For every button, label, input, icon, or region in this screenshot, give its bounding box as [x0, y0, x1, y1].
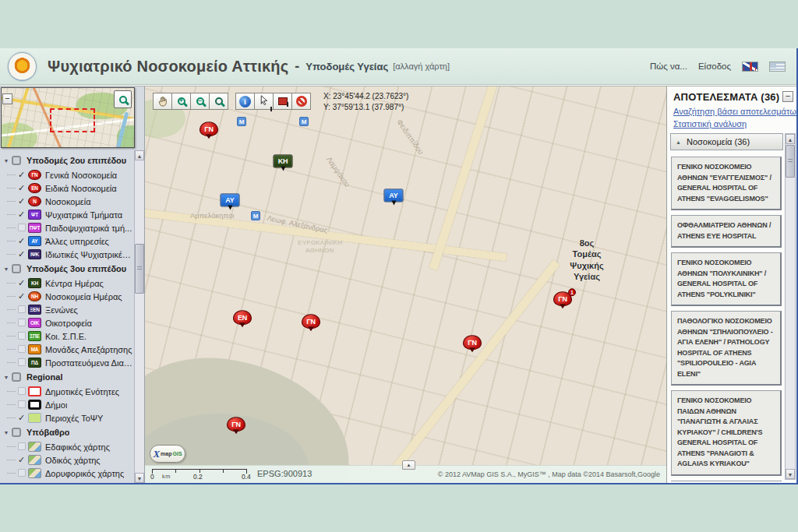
- layer-row[interactable]: ✓ ΕΝ Ειδικά Νοσοκομεία: [2, 181, 134, 195]
- hospital-result-card[interactable]: ΓΕΝΙΚΟ ΝΟΣΟΚΟΜΕΙΟ ΑΘΗΝΩΝ "ΠΟΛΥΚΛΙΝΙΚΗ" /…: [671, 252, 782, 306]
- hospital-marker[interactable]: ΓΝ: [463, 335, 482, 350]
- select-rectangle-tool-button[interactable]: [273, 93, 292, 110]
- layer-row[interactable]: ▼ Regional: [2, 369, 134, 385]
- layer-row[interactable]: ✓ ΨΤ Ψυχιατρικά Τμήματα: [2, 208, 134, 221]
- layer-row[interactable]: ΠΨΤ Παιδοψυχιατρικά τμή...: [2, 221, 134, 234]
- layer-checkbox[interactable]: [16, 469, 27, 478]
- expander-icon[interactable]: ▼: [2, 158, 11, 164]
- hospital-marker[interactable]: ΓΝ 1: [553, 291, 572, 306]
- extent-rectangle[interactable]: [50, 108, 95, 132]
- hospital-marker[interactable]: ΕΝ: [233, 310, 252, 325]
- zoom-extent-tool-button[interactable]: [209, 93, 228, 110]
- group-checkbox[interactable]: [12, 428, 21, 437]
- layer-checkbox[interactable]: [16, 305, 27, 315]
- info-tool-button[interactable]: i: [235, 93, 255, 110]
- layer-checkbox[interactable]: [16, 332, 27, 341]
- overview-zoom-out-button[interactable]: −: [2, 93, 12, 104]
- scroll-up-icon[interactable]: ▲: [786, 134, 795, 144]
- layer-checkbox[interactable]: [16, 224, 27, 233]
- layer-row[interactable]: ▼ Υποδομές 3ου επιπέδου: [2, 261, 134, 277]
- pan-tool-button[interactable]: [153, 93, 172, 110]
- layers-scrollbar[interactable]: ▲ ▼: [134, 150, 144, 483]
- clear-selection-button[interactable]: [291, 93, 311, 110]
- layer-row[interactable]: ✓ ΑΥ Άλλες υπηρεσίες: [2, 234, 134, 248]
- hospital-result-card[interactable]: ΓΕΝΙΚΟ ΝΟΣΟΚΟΜΕΙΟ ΠΑΙΔΩΝ ΑΘΗΝΩΝ "ΑΓΙΑ ΣΟ…: [671, 481, 782, 482]
- layer-checkbox[interactable]: [16, 400, 27, 410]
- layer-checkbox[interactable]: [16, 442, 27, 452]
- layer-row[interactable]: Δορυφορικός χάρτης: [2, 467, 134, 480]
- login-link[interactable]: Είσοδος: [698, 62, 731, 71]
- layer-row[interactable]: ▼ Υποδομές 2ου επιπέδου: [2, 153, 134, 168]
- group-checkbox[interactable]: [12, 156, 21, 165]
- layer-checkbox[interactable]: ✓: [16, 413, 27, 423]
- zoom-out-tool-button[interactable]: −: [190, 93, 210, 110]
- layer-checkbox[interactable]: [16, 319, 27, 328]
- overview-map[interactable]: −: [1, 87, 135, 148]
- layer-checkbox[interactable]: ✓: [16, 236, 27, 246]
- layer-checkbox[interactable]: ✓: [16, 278, 27, 288]
- uk-flag-icon[interactable]: [742, 62, 758, 72]
- expander-icon[interactable]: ▼: [2, 375, 11, 380]
- statusbar-collapse-button[interactable]: ▲: [402, 460, 415, 470]
- hospital-result-card[interactable]: ΓΕΝΙΚΟ ΝΟΣΟΚΟΜΕΙΟ ΠΑΙΔΩΝ ΑΘΗΝΩΝ "ΠΑΝΑΓΙΩ…: [671, 390, 782, 476]
- layer-row[interactable]: Εδαφικός χάρτης: [2, 440, 134, 453]
- select-tool-button[interactable]: [254, 93, 274, 110]
- layer-row[interactable]: ΣΠΕ Κοι. Σ.Π.Ε.: [2, 329, 134, 343]
- how-to-link[interactable]: Πώς να...: [650, 62, 687, 71]
- tree-connector: [7, 349, 16, 350]
- group-checkbox[interactable]: [12, 372, 21, 382]
- layer-row[interactable]: ✓ ΝΗ Νοσοκομεία Ημέρας: [2, 290, 134, 303]
- layer-checkbox[interactable]: ✓: [16, 210, 27, 220]
- hospital-marker[interactable]: ΑΥ: [221, 193, 240, 206]
- expander-icon[interactable]: ▼: [2, 266, 11, 272]
- layer-checkbox[interactable]: ✓: [16, 455, 27, 465]
- layer-checkbox[interactable]: ✓: [16, 249, 27, 259]
- layer-row[interactable]: Δημοτικές Ενότητες: [2, 385, 134, 398]
- scrollbar-thumb[interactable]: [786, 145, 795, 178]
- layer-checkbox[interactable]: ✓: [16, 183, 27, 193]
- change-map-link[interactable]: [αλλαγή χάρτη]: [393, 62, 450, 71]
- layer-row[interactable]: ΜΑ Μονάδες Απεξάρτησης: [2, 343, 134, 356]
- zoom-in-tool-button[interactable]: +: [171, 93, 191, 110]
- layer-row[interactable]: ✓ ΚΗ Κέντρα Ημέρας: [2, 277, 134, 290]
- layer-row[interactable]: ΟΙΚ Οικοτροφεία: [2, 316, 134, 329]
- expander-icon[interactable]: ▼: [2, 430, 11, 435]
- layer-row[interactable]: ✓ Περιοχές ΤοΨΥ: [2, 411, 134, 425]
- hospital-marker[interactable]: ΓΝ: [227, 417, 245, 432]
- layer-row[interactable]: ✓ ΓΝ Γενικά Νοσοκομεία: [2, 168, 134, 181]
- map-canvas[interactable]: ΑμπελόκηποιΛεωφ. ΑλεξάνδραςΛαμψάκουΦειδι…: [145, 86, 666, 483]
- hospital-marker[interactable]: ΓΝ: [200, 122, 218, 136]
- search-by-results-link[interactable]: Αναζήτηση βάσει αποτελεσμάτων: [673, 107, 798, 116]
- overview-search-button[interactable]: [114, 90, 132, 108]
- group-checkbox[interactable]: [12, 264, 21, 273]
- layer-row[interactable]: ✓ Ν Νοσοκομεία: [2, 195, 134, 208]
- hospital-marker[interactable]: ΑΥ: [384, 188, 404, 202]
- hospital-marker[interactable]: ΓΝ: [302, 314, 320, 329]
- layer-checkbox[interactable]: ✓: [16, 170, 27, 180]
- layer-checkbox[interactable]: ✓: [16, 291, 27, 301]
- layer-row[interactable]: ΞΕΝ Ξενώνες: [2, 303, 134, 316]
- layer-row[interactable]: ΠΔ Προστατευόμενα Διαμ...: [2, 356, 134, 369]
- hospitals-group-header[interactable]: ▲ Νοσοκομεία (36): [670, 133, 783, 150]
- mygis-logo[interactable]: X map GIS: [150, 445, 185, 463]
- layer-row[interactable]: ✓ ΙΨΚ Ιδιωτικές Ψυχιατρικές ...: [2, 248, 134, 261]
- statistical-analysis-link[interactable]: Στατιστική ανάλυση: [673, 119, 747, 129]
- results-scrollbar[interactable]: ▲ ▼: [785, 133, 796, 480]
- layer-row[interactable]: Δήμοι: [2, 398, 134, 411]
- hospital-result-card[interactable]: ΠΑΘΟΛΟΓΙΚΟ ΝΟΣΟΚΟΜΕΙΟ ΑΘΗΝΩΝ "ΣΠΗΛΙΟΠΟΥΛ…: [671, 311, 782, 386]
- layer-row[interactable]: ▼ Υπόβαθρο: [2, 425, 134, 440]
- hospital-result-card[interactable]: ΟΦΘΑΛΜΙΑΤΡΕΙΟ ΑΘΗΝΩΝ / ATHENS EYE HOSPIT…: [671, 215, 782, 248]
- layer-row[interactable]: ✓ Οδικός χάρτης: [2, 453, 134, 467]
- layer-checkbox[interactable]: ✓: [16, 196, 27, 206]
- layer-checkbox[interactable]: [16, 345, 27, 354]
- results-collapse-button[interactable]: −: [782, 91, 793, 102]
- layer-checkbox[interactable]: [16, 387, 27, 396]
- scroll-down-icon[interactable]: ▼: [786, 469, 795, 479]
- scroll-down-icon[interactable]: ▼: [135, 473, 144, 483]
- hospital-marker[interactable]: ΚΗ: [274, 154, 293, 167]
- layer-checkbox[interactable]: [16, 358, 27, 368]
- hospital-result-card[interactable]: ΓΕΝΙΚΟ ΝΟΣΟΚΟΜΕΙΟ ΑΘΗΝΩΝ "ΕΥΑΓΓΕΛΙΣΜΟΣ" …: [671, 157, 782, 210]
- scrollbar-thumb[interactable]: [135, 244, 144, 294]
- scroll-up-icon[interactable]: ▲: [135, 150, 144, 160]
- greek-flag-icon[interactable]: [769, 62, 786, 72]
